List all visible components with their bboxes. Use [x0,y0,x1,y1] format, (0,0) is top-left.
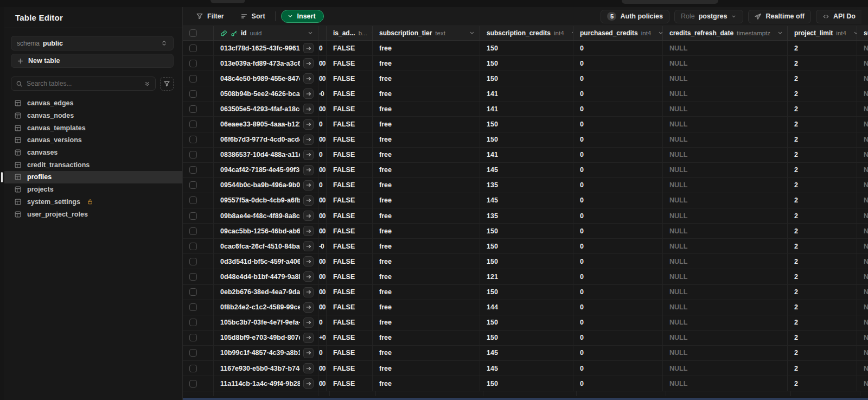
cell-is-admin[interactable]: FALSE [327,132,373,147]
cell-id[interactable]: 094caf42-7185-4e45-99f3-14abee... [214,163,318,177]
expand-row-button[interactable] [303,271,314,282]
column-header-credits-refresh-date[interactable]: credits_refresh_date timestamptz [663,26,788,40]
cell-clipped[interactable]: NU [857,346,868,360]
cell-project-limit[interactable]: 2 [788,224,857,238]
expand-row-button[interactable] [303,150,314,160]
cell-id[interactable]: 11a114cb-1a4c-49f4-9b28-52219ec... [214,376,318,391]
cell-subscription-tier[interactable]: free [373,178,480,193]
cell-collapsed[interactable]: 00 [318,132,327,147]
cell-collapsed[interactable]: 00 [318,269,327,284]
api-docs-button[interactable]: API Do [816,10,861,23]
cell-id[interactable]: 0cac6fca-26cf-4510-84ba-c4580... [214,239,318,253]
cell-subscription-credits[interactable]: 150 [480,224,573,238]
cell-subscription-tier[interactable]: free [373,224,480,238]
cell-subscription-tier[interactable]: free [373,101,480,116]
cell-clipped[interactable]: NU [857,132,868,147]
cell-collapsed[interactable]: 0 [318,117,327,131]
cell-clipped[interactable]: NU [857,208,868,223]
cell-id[interactable]: 013e039a-fd89-473a-a3c6-ccfa9... [214,56,318,71]
cell-clipped[interactable]: NU [857,315,868,330]
cell-id[interactable]: 09544b0c-ba9b-496a-9b09-244... [214,178,318,193]
cell-collapsed[interactable]: 00 [318,254,327,269]
cell-subscription-tier[interactable]: free [373,346,480,360]
row-checkbox[interactable] [189,319,197,326]
cell-id[interactable]: 06eaee33-8905-4aaa-b121-ab552... [214,117,318,131]
cell-credits-refresh-date[interactable]: NULL [663,361,788,376]
cell-is-admin[interactable]: FALSE [327,71,373,86]
chevron-down-icon[interactable] [777,30,783,36]
cell-collapsed[interactable]: 0 [318,346,327,360]
cell-id[interactable]: 10b99c1f-4857-4c39-a8b1-263b8... [214,346,318,360]
cell-subscription-credits[interactable]: 150 [480,41,573,55]
cell-is-admin[interactable]: FALSE [327,163,373,177]
cell-credits-refresh-date[interactable]: NULL [663,101,788,116]
cell-collapsed[interactable]: 00 [318,361,327,376]
cell-id[interactable]: 0508b94b-5ee2-4626-bca1-4bca... [214,86,318,101]
expand-row-button[interactable] [303,211,314,221]
cell-id[interactable]: 0d3d541d-bf5c-459f-a406-16b93... [214,254,318,269]
cell-clipped[interactable]: NU [857,269,868,284]
cell-credits-refresh-date[interactable]: NULL [663,239,788,253]
column-header-project-limit[interactable]: project_limit int4 [788,26,857,40]
cell-credits-refresh-date[interactable]: NULL [663,86,788,101]
cell-is-admin[interactable]: FALSE [327,178,373,193]
cell-subscription-credits[interactable]: 145 [480,193,573,208]
cell-subscription-tier[interactable]: free [373,117,480,131]
cell-subscription-tier[interactable]: free [373,163,480,177]
cell-purchased-credits[interactable]: 0 [573,56,663,71]
cell-subscription-credits[interactable]: 150 [480,117,573,131]
cell-credits-refresh-date[interactable]: NULL [663,193,788,208]
cell-project-limit[interactable]: 2 [788,178,857,193]
cell-is-admin[interactable]: FALSE [327,41,373,55]
cell-purchased-credits[interactable]: 0 [573,285,663,300]
cell-collapsed[interactable]: -0 [318,86,327,101]
cell-subscription-credits[interactable]: 135 [480,208,573,223]
cell-subscription-credits[interactable]: 145 [480,346,573,360]
column-header-subscription-tier[interactable]: subscription_tier text [373,26,480,40]
cell-subscription-credits[interactable]: 135 [480,178,573,193]
cell-collapsed[interactable]: 00 [318,285,327,300]
cell-id[interactable]: 06f6b7d3-977d-4cd0-acd4-4a78... [214,132,318,147]
cell-clipped[interactable]: NU [857,163,868,177]
cell-subscription-credits[interactable]: 145 [480,163,573,177]
cell-collapsed[interactable]: 0 [318,41,327,55]
cell-is-admin[interactable]: FALSE [327,300,373,315]
cell-purchased-credits[interactable]: 0 [573,178,663,193]
cell-clipped[interactable]: NU [857,148,868,162]
expand-row-button[interactable] [303,135,314,145]
cell-clipped[interactable]: NU [857,178,868,193]
cell-project-limit[interactable]: 2 [788,148,857,162]
cell-subscription-tier[interactable]: free [373,300,480,315]
chevron-down-icon[interactable] [658,30,663,36]
cell-id[interactable]: 09557f5a-0dcb-4cb9-a6fb-fff366... [214,193,318,208]
expand-row-button[interactable] [303,88,314,99]
cell-clipped[interactable]: NU [857,224,868,238]
column-header-is-admin[interactable]: is_ad... b... [327,26,373,40]
cell-id[interactable]: 1167e930-e5b0-43b7-b74c-788c9... [214,361,318,376]
row-checkbox[interactable] [189,151,197,158]
cell-subscription-tier[interactable]: free [373,41,480,55]
expand-row-button[interactable] [303,241,314,251]
cell-purchased-credits[interactable]: 0 [573,269,663,284]
row-checkbox[interactable] [189,258,197,265]
cell-subscription-credits[interactable]: 144 [480,300,573,315]
cell-clipped[interactable]: NU [857,331,868,345]
row-checkbox[interactable] [189,212,197,220]
cell-collapsed[interactable]: 0 [318,148,327,162]
auth-policies-button[interactable]: 5 Auth policies [601,10,669,23]
cell-project-limit[interactable]: 2 [788,376,857,391]
cell-collapsed[interactable]: 00 [318,56,327,71]
row-checkbox[interactable] [189,60,197,67]
cell-purchased-credits[interactable]: 0 [573,163,663,177]
cell-subscription-credits[interactable]: 150 [480,254,573,269]
cell-purchased-credits[interactable]: 0 [573,315,663,330]
cell-credits-refresh-date[interactable]: NULL [663,300,788,315]
cell-purchased-credits[interactable]: 0 [573,86,663,101]
cell-is-admin[interactable]: FALSE [327,148,373,162]
cell-credits-refresh-date[interactable]: NULL [663,376,788,391]
expand-row-button[interactable] [303,348,314,358]
cell-project-limit[interactable]: 2 [788,269,857,284]
cell-project-limit[interactable]: 2 [788,101,857,116]
cell-clipped[interactable]: NU [857,193,868,208]
cell-id[interactable]: 105bc3b7-03fe-4e7f-9efa-21bb40... [214,315,318,330]
